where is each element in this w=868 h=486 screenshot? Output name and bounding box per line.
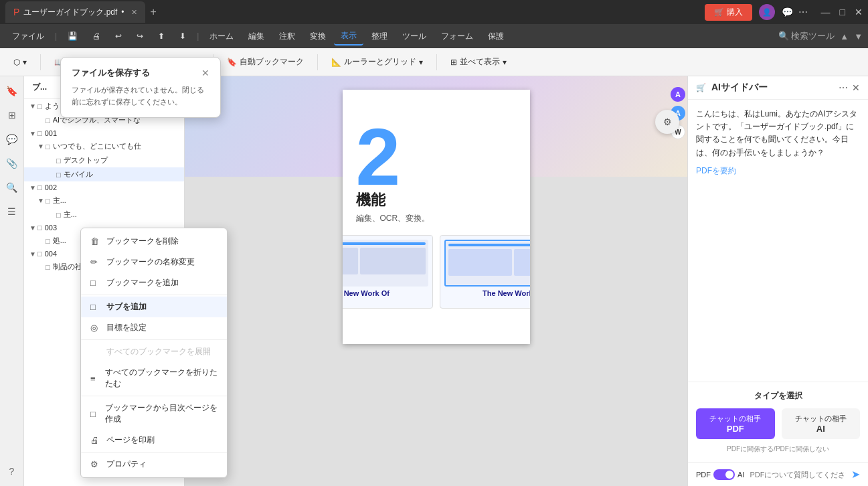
close-button[interactable]: ✕ — [855, 7, 863, 17]
help-icon: ? — [3, 462, 21, 481]
pdf-settings-btn[interactable]: ⚙ — [655, 110, 679, 134]
tab-close-icon[interactable]: ✕ — [131, 8, 137, 17]
help-btn[interactable]: ? — [3, 462, 21, 481]
expand-toggle[interactable]: ▼ — [29, 184, 37, 191]
avatar[interactable]: 👤 — [759, 4, 775, 20]
bm-page-icon: □ — [46, 197, 50, 205]
ai-send-icon[interactable]: ➤ — [851, 468, 860, 481]
ctx-toc-from-bm[interactable]: □ ブックマークから目次ページを作成 — [81, 398, 227, 430]
toggle-pdf-label: PDF — [696, 471, 711, 479]
ctx-label: すべてのブックマークを展開 — [106, 346, 211, 357]
ctx-properties[interactable]: ⚙ プロパティ — [81, 454, 227, 475]
ctx-collapse-all[interactable]: ≡ すべてのブックマークを折りたたむ — [81, 362, 227, 394]
menu-up-icon[interactable]: ⬆ — [151, 29, 171, 44]
toggle-switch[interactable] — [713, 469, 735, 480]
scroll-up-icon[interactable]: ▲ — [840, 31, 849, 42]
ai-close-icon[interactable]: ✕ — [852, 82, 860, 93]
ai-type-description: PDFに関係する/PDFに関係しない — [696, 444, 860, 454]
edit-icon: ✏ — [90, 257, 101, 267]
ai-sidebar-header: 🛒 AIサイドバー ⋯ ✕ — [688, 76, 868, 100]
ctx-add-bookmark[interactable]: □ ブックマークを追加 — [81, 272, 227, 293]
maximize-button[interactable]: □ — [840, 7, 845, 17]
list-item[interactable]: □ モバイル — [24, 167, 184, 181]
ctx-label: ブックマークを削除 — [106, 236, 179, 247]
menu-organize[interactable]: 整理 — [365, 28, 394, 45]
pdf-icon: P — [13, 7, 19, 17]
save-popup-close-btn[interactable]: ✕ — [201, 68, 209, 78]
menu-home[interactable]: ホーム — [203, 28, 240, 45]
expand-toggle[interactable]: ▼ — [37, 197, 46, 204]
menu-redo-icon[interactable]: ↪ — [130, 29, 150, 44]
print-icon: 🖨 — [90, 435, 101, 445]
ctx-delete-bookmark[interactable]: 🗑 ブックマークを削除 — [81, 231, 227, 252]
search-tool-btn[interactable]: 🔍 検索ツール — [778, 30, 835, 42]
menu-form[interactable]: フォーム — [434, 28, 480, 45]
expand-toggle[interactable]: ▼ — [29, 130, 37, 137]
expand-toggle[interactable]: ▼ — [29, 102, 37, 110]
menu-save-icon[interactable]: 💾 — [61, 29, 84, 44]
separator1: | — [55, 31, 57, 41]
menu-print-icon[interactable]: 🖨 — [86, 29, 107, 44]
auto-bookmark-btn[interactable]: 🔖 自動ブックマーク — [220, 54, 311, 70]
ctx-label: 目標を設定 — [106, 322, 147, 333]
attachment-nav-icon[interactable]: 📎 — [3, 154, 21, 173]
ai-chat-input[interactable] — [750, 471, 846, 479]
menu-tools[interactable]: ツール — [396, 28, 433, 45]
ai-greeting-text: こんにちは、私はLumi。あなたのAIアシスタントです。「ユーザーガイドブック.… — [696, 109, 857, 157]
ruler-grid-btn[interactable]: 📐 ルーラーとグリッド ▾ — [325, 54, 430, 70]
menu-undo-icon[interactable]: ↩ — [108, 29, 128, 44]
list-item[interactable]: ▼ □ 002 — [24, 181, 184, 193]
scroll-down-icon[interactable]: ▼ — [854, 31, 863, 42]
pdf-summarize-link[interactable]: PDFを要約 — [696, 166, 736, 175]
separator2: | — [197, 31, 199, 41]
expand-toggle[interactable]: ▼ — [29, 250, 37, 258]
menu-edit[interactable]: 編集 — [242, 28, 271, 45]
ai-input-row: PDF AI ➤ — [688, 462, 868, 486]
add-tab-button[interactable]: + — [151, 6, 157, 18]
menu-convert[interactable]: 変換 — [303, 28, 333, 45]
menu-view[interactable]: 表示 — [334, 27, 363, 46]
bm-label: 001 — [45, 129, 179, 137]
search-nav-icon[interactable]: 🔍 — [3, 178, 21, 197]
ai-type-ai-btn[interactable]: チャットの相手 AI — [782, 408, 861, 439]
ctx-rename-bookmark[interactable]: ✏ ブックマークの名称変更 — [81, 252, 227, 272]
left-icon-bar: 🔖 ⊞ 💬 📎 🔍 ☰ ? — [0, 76, 24, 486]
ai-type-pdf-btn[interactable]: チャットの相手 PDF — [696, 408, 775, 439]
bookmark-nav-icon[interactable]: 🔖 — [3, 82, 21, 100]
buy-button[interactable]: 🛒 購入 — [705, 4, 752, 21]
page-number-area: 2 — [356, 103, 517, 197]
list-item[interactable]: ▼ □ 001 — [24, 127, 184, 139]
more-options-icon[interactable]: ⋯ — [798, 7, 808, 17]
layers-nav-icon[interactable]: ☰ — [3, 202, 21, 221]
ctx-add-sub[interactable]: □ サブを追加 — [81, 297, 227, 317]
expand-toggle[interactable]: ▼ — [37, 143, 46, 150]
ctx-print-page[interactable]: 🖨 ページを印刷 — [81, 430, 227, 451]
ai-side-purple-btn[interactable]: A — [671, 87, 685, 102]
menu-annotate[interactable]: 注釈 — [272, 28, 302, 45]
add-icon: □ — [90, 278, 101, 288]
menu-down-icon[interactable]: ⬇ — [173, 29, 193, 44]
tab-modified: • — [121, 7, 124, 17]
document-tab[interactable]: P ユーザーガイドブック.pdf • ✕ — [5, 1, 145, 23]
list-item[interactable]: ▼ □ 主... — [24, 193, 184, 208]
annotation-nav-icon[interactable]: 💬 — [3, 130, 21, 149]
minimize-button[interactable]: — — [821, 7, 831, 17]
list-item[interactable]: ▼ □ いつでも、どこにいても仕 — [24, 139, 184, 153]
list-item[interactable]: □ 主... — [24, 208, 184, 222]
menu-protect[interactable]: 保護 — [481, 28, 511, 45]
side-by-side-btn[interactable]: ⊞ 並べて表示 ▾ — [444, 54, 513, 70]
ai-type-title: タイプを選択 — [696, 390, 860, 402]
ctx-sep3 — [81, 396, 227, 396]
chat-icon[interactable]: 💬 — [782, 7, 793, 17]
ai-more-icon[interactable]: ⋯ — [839, 82, 848, 93]
thumbnail-nav-icon[interactable]: ⊞ — [3, 106, 21, 125]
ctx-label: プロパティ — [106, 459, 147, 470]
bm-page-icon: □ — [37, 102, 42, 110]
menu-file[interactable]: ファイル — [5, 28, 51, 45]
list-item[interactable]: □ デスクトップ — [24, 153, 184, 167]
direction-btn[interactable]: ⬡ ▾ — [7, 55, 33, 70]
ctx-set-target[interactable]: ◎ 目標を設定 — [81, 317, 227, 338]
expand-toggle[interactable]: ▼ — [29, 224, 37, 232]
ctx-sep2 — [81, 339, 227, 340]
ai-type-select-area: タイプを選択 チャットの相手 PDF チャットの相手 AI PDFに関係する/P… — [688, 382, 868, 462]
